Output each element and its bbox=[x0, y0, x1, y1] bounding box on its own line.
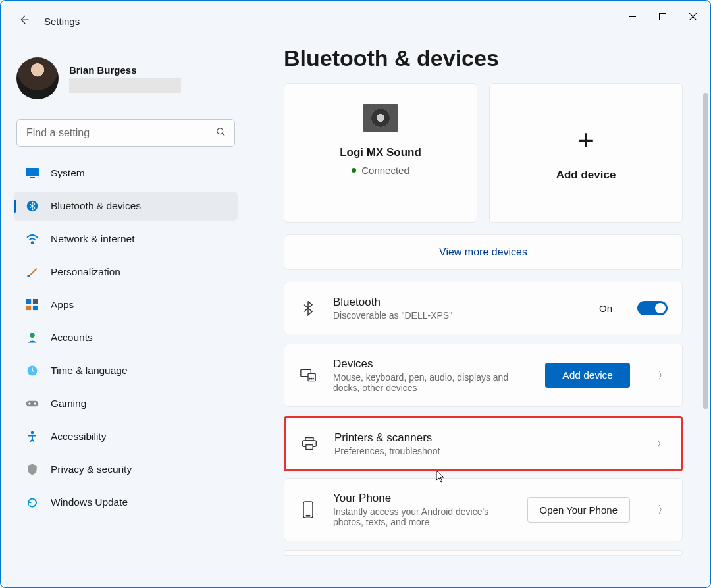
search-input[interactable] bbox=[16, 119, 235, 147]
view-more-devices[interactable]: View more devices bbox=[284, 234, 683, 270]
svg-point-2 bbox=[217, 128, 223, 134]
device-name: Logi MX Sound bbox=[340, 146, 421, 159]
svg-rect-11 bbox=[33, 306, 38, 310]
sidebar-item-bluetooth[interactable]: Bluetooth & devices bbox=[14, 192, 238, 221]
device-tile[interactable]: Logi MX Sound Connected bbox=[284, 83, 477, 223]
sidebar-item-personalization[interactable]: Personalization bbox=[14, 257, 238, 286]
sidebar-item-update[interactable]: Windows Update bbox=[14, 488, 238, 517]
scrollbar-thumb[interactable] bbox=[703, 93, 708, 409]
sidebar-item-system[interactable]: System bbox=[14, 159, 238, 188]
card-title: Bluetooth bbox=[333, 296, 583, 309]
svg-rect-25 bbox=[306, 445, 313, 450]
profile-email-redacted bbox=[69, 78, 181, 93]
maximize-button[interactable] bbox=[647, 6, 677, 27]
card-text: Printers & scanners Preferences, trouble… bbox=[334, 431, 641, 456]
your-phone-card[interactable]: Your Phone Instantly access your Android… bbox=[284, 478, 683, 541]
brush-icon bbox=[26, 265, 39, 279]
phone-icon bbox=[299, 501, 317, 518]
search-wrap bbox=[16, 119, 235, 147]
sidebar-item-network[interactable]: Network & internet bbox=[14, 225, 238, 254]
partial-card bbox=[284, 550, 683, 556]
svg-rect-9 bbox=[33, 299, 38, 304]
card-title: Printers & scanners bbox=[334, 431, 641, 444]
svg-rect-14 bbox=[26, 401, 38, 406]
card-sub: Mouse, keyboard, pen, audio, displays an… bbox=[333, 372, 529, 393]
close-button[interactable] bbox=[677, 6, 708, 27]
bluetooth-card: Bluetooth Discoverable as "DELL-XPS" On bbox=[284, 282, 683, 334]
window-titlebar bbox=[1, 1, 710, 32]
svg-point-20 bbox=[309, 378, 310, 379]
sidebar: Brian Burgess System Bluetooth & devices… bbox=[1, 47, 251, 521]
nav-label: Accessibility bbox=[51, 431, 106, 442]
card-text: Bluetooth Discoverable as "DELL-XPS" bbox=[333, 296, 583, 321]
svg-rect-1 bbox=[659, 13, 666, 20]
speaker-icon bbox=[363, 104, 398, 132]
nav-list: System Bluetooth & devices Network & int… bbox=[13, 159, 239, 517]
svg-point-16 bbox=[34, 402, 36, 404]
back-button[interactable] bbox=[18, 14, 30, 29]
device-status: Connected bbox=[352, 165, 409, 176]
svg-rect-27 bbox=[306, 516, 309, 516]
svg-point-22 bbox=[313, 378, 313, 379]
chevron-right-icon: 〉 bbox=[656, 438, 666, 450]
nav-label: Personalization bbox=[51, 266, 120, 278]
svg-rect-10 bbox=[26, 306, 31, 310]
svg-point-17 bbox=[31, 431, 34, 435]
card-title: Your Phone bbox=[333, 492, 512, 505]
add-device-tile[interactable]: + Add device bbox=[489, 83, 683, 223]
app-title: Settings bbox=[44, 16, 80, 27]
bluetooth-icon bbox=[26, 200, 39, 213]
chevron-right-icon: 〉 bbox=[658, 504, 668, 516]
nav-label: Bluetooth & devices bbox=[51, 200, 141, 212]
chevron-right-icon: 〉 bbox=[658, 369, 668, 382]
card-title: Devices bbox=[333, 358, 529, 371]
nav-label: Network & internet bbox=[51, 233, 135, 245]
system-icon bbox=[26, 167, 39, 180]
search-icon bbox=[216, 127, 226, 139]
minimize-button[interactable] bbox=[617, 6, 647, 27]
toggle-state: On bbox=[599, 303, 612, 314]
nav-label: Privacy & security bbox=[51, 464, 132, 475]
person-icon bbox=[26, 331, 39, 344]
card-text: Devices Mouse, keyboard, pen, audio, dis… bbox=[333, 358, 529, 393]
bluetooth-toggle[interactable] bbox=[637, 301, 668, 315]
svg-rect-0 bbox=[629, 16, 636, 17]
add-device-label: Add device bbox=[556, 169, 616, 182]
card-sub: Instantly access your Android device's p… bbox=[333, 506, 512, 527]
sidebar-item-accounts[interactable]: Accounts bbox=[14, 323, 238, 352]
nav-label: Gaming bbox=[51, 398, 86, 410]
shield-icon bbox=[26, 463, 39, 476]
main-content: Bluetooth & devices Logi MX Sound Connec… bbox=[264, 41, 701, 583]
sidebar-item-privacy[interactable]: Privacy & security bbox=[14, 455, 238, 484]
profile[interactable]: Brian Burgess bbox=[13, 53, 239, 110]
sidebar-item-gaming[interactable]: Gaming bbox=[14, 389, 238, 418]
accessibility-icon bbox=[26, 430, 39, 443]
gamepad-icon bbox=[26, 397, 39, 410]
card-text: Your Phone Instantly access your Android… bbox=[333, 492, 512, 527]
devices-icon bbox=[299, 369, 317, 382]
svg-point-21 bbox=[311, 378, 311, 379]
devices-card[interactable]: Devices Mouse, keyboard, pen, audio, dis… bbox=[284, 344, 683, 407]
sidebar-item-apps[interactable]: Apps bbox=[14, 290, 238, 319]
sidebar-item-time[interactable]: Time & language bbox=[14, 356, 238, 385]
svg-point-12 bbox=[30, 333, 35, 338]
page-title: Bluetooth & devices bbox=[284, 45, 683, 71]
open-your-phone-button[interactable]: Open Your Phone bbox=[527, 497, 630, 523]
wifi-icon bbox=[26, 232, 39, 246]
svg-rect-19 bbox=[308, 373, 315, 381]
nav-label: Time & language bbox=[51, 365, 128, 377]
nav-label: Accounts bbox=[51, 332, 93, 344]
nav-label: Apps bbox=[51, 299, 74, 311]
printer-icon bbox=[300, 437, 319, 451]
sidebar-item-accessibility[interactable]: Accessibility bbox=[14, 422, 238, 451]
update-icon bbox=[26, 496, 39, 509]
add-device-button[interactable]: Add device bbox=[545, 363, 630, 388]
svg-point-6 bbox=[32, 242, 34, 244]
svg-rect-3 bbox=[26, 168, 39, 176]
scrollbar[interactable] bbox=[703, 93, 708, 585]
plus-icon: + bbox=[577, 124, 594, 157]
svg-rect-4 bbox=[30, 177, 35, 178]
svg-rect-7 bbox=[28, 275, 31, 277]
card-sub: Discoverable as "DELL-XPS" bbox=[333, 310, 583, 321]
printers-card[interactable]: Printers & scanners Preferences, trouble… bbox=[284, 416, 683, 471]
